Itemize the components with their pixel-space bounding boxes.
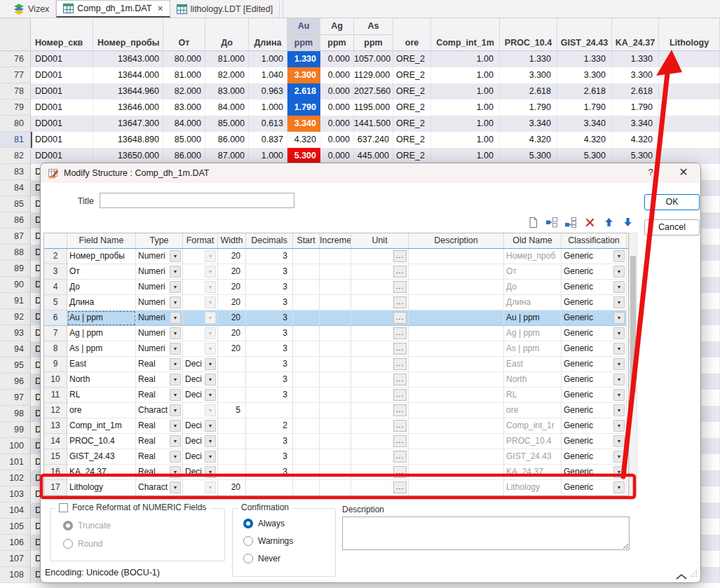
unit-ellipsis-button[interactable]: ... bbox=[393, 250, 407, 262]
field-width-cell[interactable]: 20 bbox=[218, 310, 246, 326]
dropdown-arrow-icon[interactable]: ▼ bbox=[205, 327, 216, 339]
field-type-cell[interactable]: Real▼ bbox=[136, 434, 183, 449]
field-unit-cell[interactable]: ... bbox=[351, 264, 409, 280]
field-start-cell[interactable] bbox=[293, 418, 320, 434]
field-decimals-cell[interactable]: 3 bbox=[246, 341, 293, 357]
data-cell[interactable]: ORE_2 bbox=[393, 148, 431, 164]
data-cell[interactable]: 3.300 bbox=[500, 67, 557, 83]
field-name-cell[interactable]: KA_24.37 bbox=[67, 465, 136, 480]
row-number-cell[interactable]: 108 bbox=[0, 567, 31, 583]
Длина-column-header[interactable]: Длина bbox=[249, 18, 287, 50]
data-cell[interactable]: 3.340 bbox=[500, 116, 557, 132]
data-cell[interactable]: 1.790 bbox=[287, 100, 320, 116]
grid-column-header[interactable]: Width bbox=[218, 233, 246, 248]
row-number-cell[interactable]: 99 bbox=[0, 422, 31, 438]
data-cell[interactable]: 5.300 bbox=[557, 148, 612, 164]
row-number-cell[interactable]: 80 bbox=[0, 116, 31, 132]
row-number-cell[interactable]: 83 bbox=[0, 164, 31, 180]
field-type-cell[interactable]: Real▼ bbox=[136, 372, 183, 388]
field-row-number[interactable]: 5 bbox=[44, 295, 67, 310]
От-column-header[interactable]: От bbox=[163, 18, 205, 50]
field-classification-cell[interactable]: Generic▼ bbox=[562, 388, 627, 403]
dropdown-arrow-icon[interactable]: ▼ bbox=[205, 451, 216, 463]
unit-ellipsis-button[interactable]: ... bbox=[393, 389, 407, 401]
До-column-header[interactable]: До bbox=[205, 18, 249, 50]
data-cell[interactable]: 1.00 bbox=[431, 83, 500, 100]
field-type-cell[interactable]: Charact▼ bbox=[136, 480, 183, 495]
field-classification-cell[interactable]: Generic▼ bbox=[562, 434, 627, 449]
field-name-cell[interactable]: As | ppm bbox=[67, 341, 136, 357]
radio-always[interactable]: Always bbox=[243, 519, 285, 528]
data-cell[interactable]: ORE_2 bbox=[393, 100, 431, 116]
dropdown-arrow-icon[interactable]: ▼ bbox=[613, 343, 625, 355]
data-cell[interactable]: 83.000 bbox=[163, 100, 205, 116]
field-width-cell[interactable]: 20 bbox=[218, 264, 246, 280]
dropdown-arrow-icon[interactable]: ▼ bbox=[170, 404, 181, 416]
row-number-cell[interactable]: 104 bbox=[0, 502, 31, 519]
delete-field-icon[interactable] bbox=[583, 215, 597, 229]
field-row-number[interactable]: 6 bbox=[44, 310, 67, 326]
dropdown-arrow-icon[interactable]: ▼ bbox=[170, 312, 181, 324]
field-width-cell[interactable] bbox=[218, 434, 246, 449]
field-name-cell[interactable]: От bbox=[67, 264, 136, 280]
field-decimals-cell[interactable]: 3 bbox=[246, 449, 293, 465]
dropdown-arrow-icon[interactable]: ▼ bbox=[170, 327, 181, 339]
data-cell[interactable]: 1.00 bbox=[431, 100, 500, 116]
field-width-cell[interactable]: 20 bbox=[218, 249, 246, 264]
field-unit-cell[interactable]: ... bbox=[351, 310, 409, 326]
row-number-cell[interactable]: 95 bbox=[0, 357, 31, 374]
field-decimals-cell[interactable]: 3 bbox=[246, 295, 293, 310]
unit-ellipsis-button[interactable]: ... bbox=[393, 374, 407, 385]
data-cell[interactable] bbox=[659, 51, 720, 67]
field-classification-cell[interactable]: Generic▼ bbox=[562, 372, 627, 388]
field-type-cell[interactable]: Numeri▼ bbox=[136, 326, 183, 341]
dropdown-arrow-icon[interactable]: ▼ bbox=[613, 312, 625, 324]
field-description-cell[interactable] bbox=[409, 249, 504, 264]
Номер_скв-column-header[interactable]: Номер_скв bbox=[31, 18, 93, 50]
data-cell[interactable]: 1.330 bbox=[287, 51, 320, 67]
move-field-up-icon[interactable] bbox=[602, 215, 616, 229]
field-width-cell[interactable] bbox=[218, 372, 246, 388]
data-cell[interactable]: 1.00 bbox=[431, 148, 500, 164]
data-cell[interactable]: 1.00 bbox=[431, 132, 500, 148]
data-cell[interactable]: 0.963 bbox=[249, 83, 287, 100]
dropdown-arrow-icon[interactable]: ▼ bbox=[613, 374, 625, 385]
data-cell[interactable]: 1.040 bbox=[249, 67, 287, 83]
data-cell[interactable]: 2027.560 bbox=[354, 83, 393, 100]
data-cell[interactable]: 82.000 bbox=[205, 67, 249, 83]
data-cell[interactable]: 1.000 bbox=[249, 148, 287, 164]
new-field-icon[interactable] bbox=[526, 215, 540, 229]
data-cell[interactable]: 1.330 bbox=[557, 51, 612, 67]
field-classification-cell[interactable]: Generic▼ bbox=[562, 326, 627, 341]
field-increment-cell[interactable] bbox=[320, 403, 351, 418]
unit-ellipsis-button[interactable]: ... bbox=[393, 358, 407, 370]
dropdown-arrow-icon[interactable]: ▼ bbox=[205, 358, 216, 370]
field-row-number[interactable]: 3 bbox=[44, 264, 67, 280]
data-cell[interactable]: 13647.300 bbox=[93, 116, 163, 132]
field-classification-cell[interactable]: Generic▼ bbox=[562, 480, 627, 495]
data-cell[interactable]: 0.000 bbox=[320, 148, 354, 164]
field-description-cell[interactable] bbox=[409, 434, 504, 449]
row-number-cell[interactable]: 90 bbox=[0, 277, 31, 293]
row-number-cell[interactable]: 93 bbox=[0, 325, 31, 341]
row-number-cell[interactable]: 82 bbox=[0, 148, 31, 164]
data-cell[interactable]: 13648.890 bbox=[93, 132, 163, 148]
field-start-cell[interactable] bbox=[293, 310, 320, 326]
field-unit-cell[interactable]: ... bbox=[351, 372, 409, 388]
title-input[interactable] bbox=[100, 193, 294, 208]
field-type-cell[interactable]: Numeri▼ bbox=[136, 310, 183, 326]
field-increment-cell[interactable] bbox=[320, 465, 351, 480]
data-cell[interactable]: 83.000 bbox=[205, 83, 249, 100]
field-start-cell[interactable] bbox=[293, 249, 320, 264]
Lithology-column-header[interactable]: Lithology bbox=[659, 18, 720, 50]
unit-ellipsis-button[interactable]: ... bbox=[393, 451, 407, 463]
field-description-cell[interactable] bbox=[409, 341, 504, 357]
field-unit-cell[interactable]: ... bbox=[351, 295, 409, 310]
dropdown-arrow-icon[interactable]: ▼ bbox=[613, 281, 625, 293]
dialog-titlebar[interactable]: Modify Structure : Comp_dh_1m.DAT ? ✕ bbox=[41, 163, 700, 183]
data-cell[interactable]: 13643.000 bbox=[93, 51, 163, 67]
grid-column-header[interactable]: Decimals bbox=[246, 233, 293, 248]
dropdown-arrow-icon[interactable]: ▼ bbox=[613, 420, 625, 432]
unit-ellipsis-button[interactable]: ... bbox=[393, 312, 407, 324]
field-type-cell[interactable]: Numeri▼ bbox=[136, 280, 183, 295]
